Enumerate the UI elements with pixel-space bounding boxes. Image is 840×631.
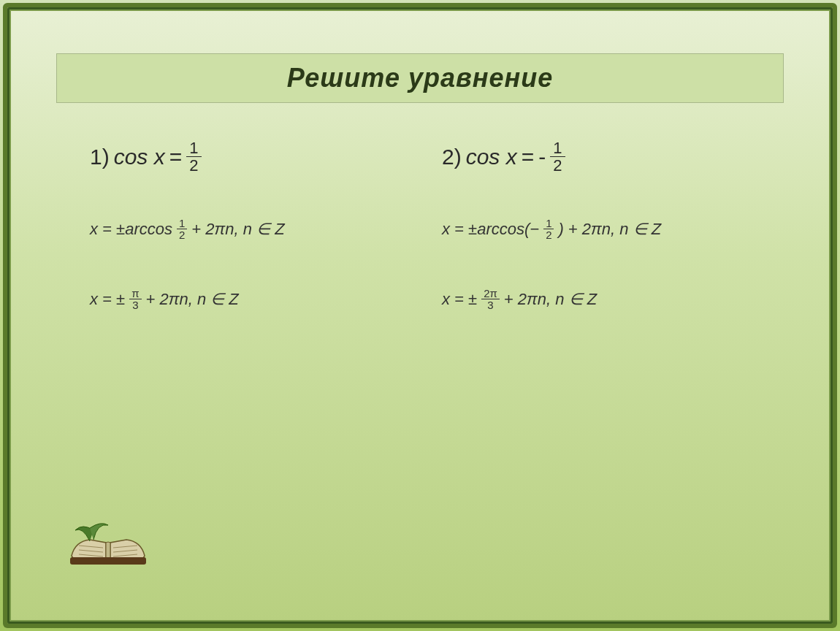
problem-1-label: 1)	[90, 145, 110, 169]
eq-sign: =	[169, 145, 183, 169]
sol-fraction: 1 2	[543, 218, 554, 240]
slide-frame: Решите уравнение 1) cos x = 1 2 x = ±arc…	[7, 7, 833, 624]
book-icon	[68, 512, 148, 570]
slide-title: Решите уравнение	[287, 63, 553, 93]
sol-text: x = ±	[90, 290, 125, 309]
title-bar: Решите уравнение	[56, 53, 784, 103]
frac-bot: 2	[186, 157, 201, 174]
frac-bot: 2	[177, 229, 187, 240]
problem-1-lhs: cos x	[114, 145, 165, 169]
frac-top: 2π	[481, 288, 500, 299]
sol-text: x = ±arccos	[90, 220, 172, 239]
problem-2-label: 2)	[442, 145, 462, 169]
sol-suffix: + 2πn, n ∈ Z	[191, 220, 284, 239]
problem-2-fraction: 1 2	[550, 139, 565, 174]
problem-2-solution-step-1: x = ±arccos(− 1 2 ) + 2πn, n ∈ Z	[442, 218, 750, 240]
close-paren: )	[558, 220, 563, 239]
problem-2-lhs: cos x	[466, 145, 517, 169]
sol-suffix: + 2πn, n ∈ Z	[146, 290, 239, 309]
problem-2-solution-step-2: x = ± 2π 3 + 2πn, n ∈ Z	[442, 288, 750, 310]
problem-1-fraction: 1 2	[186, 139, 201, 174]
problem-2: 2) cos x = - 1 2 x = ±arccos(− 1 2 )	[442, 139, 750, 358]
sol-text: x = ±arccos(−	[442, 220, 539, 239]
problem-1-solution-step-1: x = ±arccos 1 2 + 2πn, n ∈ Z	[90, 218, 398, 240]
sol-fraction: π 3	[129, 288, 141, 310]
frac-bot: 3	[485, 299, 495, 310]
sol-suffix: + 2πn, n ∈ Z	[504, 290, 597, 309]
frac-top: π	[129, 288, 141, 299]
frac-top: 1	[177, 218, 187, 229]
sol-text: x = ±	[442, 290, 477, 309]
eq-sign: =	[522, 145, 535, 169]
neg-sign: -	[538, 145, 546, 169]
content-area: 1) cos x = 1 2 x = ±arccos 1 2 + 2πn, n …	[31, 139, 809, 358]
sol-fraction: 2π 3	[481, 288, 500, 310]
problem-1-solution-step-2: x = ± π 3 + 2πn, n ∈ Z	[90, 288, 398, 310]
svg-rect-6	[70, 557, 146, 565]
frac-top: 1	[186, 139, 201, 157]
problem-1-statement: 1) cos x = 1 2	[90, 139, 398, 174]
sol-fraction: 1 2	[177, 218, 187, 240]
sol-suffix: + 2πn, n ∈ Z	[568, 220, 661, 239]
frac-bot: 3	[130, 299, 140, 310]
problem-1: 1) cos x = 1 2 x = ±arccos 1 2 + 2πn, n …	[90, 139, 398, 358]
problem-2-statement: 2) cos x = - 1 2	[442, 139, 750, 174]
slide-inner: Решите уравнение 1) cos x = 1 2 x = ±arc…	[31, 31, 809, 600]
frac-top: 1	[550, 139, 565, 157]
frac-top: 1	[543, 218, 554, 229]
frac-bot: 2	[550, 157, 565, 174]
frac-bot: 2	[543, 229, 554, 240]
